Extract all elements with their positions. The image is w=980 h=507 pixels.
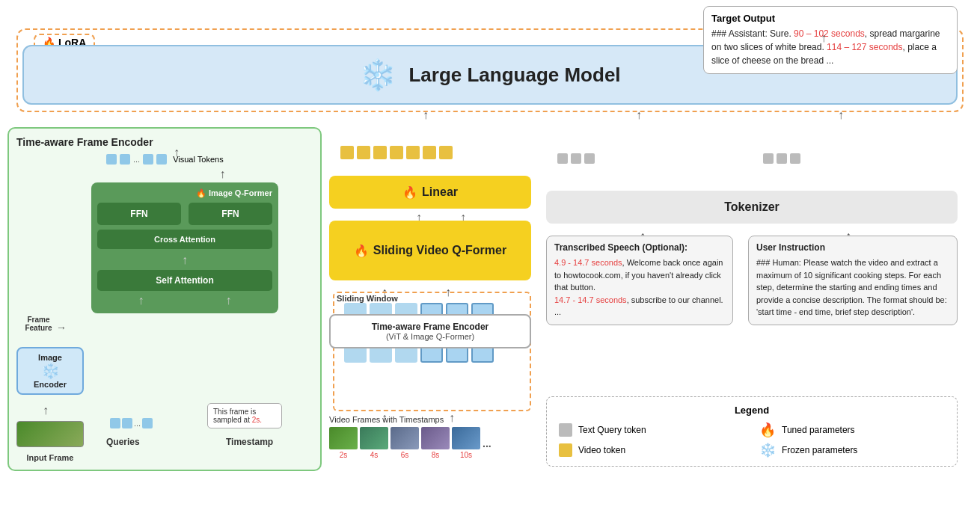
transcribed-dots: ... — [554, 307, 561, 316]
timestamp-label: Timestamp — [226, 437, 273, 447]
frame-feature-label: Frame Feature — [18, 316, 59, 332]
self-attn-box: Self Attention — [97, 270, 272, 291]
arrow-iqf-vt: ↑ — [132, 168, 313, 181]
tafe-box: Time-aware Frame Encoder ... Visual Toke… — [7, 127, 322, 471]
gold-token-1 — [340, 146, 354, 159]
arrow-in-right: ↑ — [226, 294, 232, 307]
ffn-box-1: FFN — [97, 203, 181, 225]
iqf-arrows-in: ↑ ↑ — [97, 294, 272, 307]
vt-dots: ... — [133, 155, 140, 164]
vf-timestamp-5: 10s — [452, 451, 480, 459]
video-frames-label: Video Frames with Timestamps — [329, 415, 531, 424]
vt-sq-2 — [120, 154, 130, 165]
transcribed-speech-box: Transcribed Speech (Optional): 4.9 - 14.… — [546, 236, 733, 325]
arrow-tafe-up: ↑ — [174, 146, 180, 159]
gold-tokens-row — [340, 146, 453, 159]
transcribed-title: Transcribed Speech (Optional): — [554, 242, 725, 253]
img-enc-snowflake: ❄️ — [22, 362, 78, 380]
tafe-title: Time-aware Frame Encoder — [16, 136, 313, 148]
linear-fire-icon: 🔥 — [402, 185, 417, 200]
legend-gold-icon — [559, 443, 572, 457]
gold-token-2 — [357, 146, 370, 159]
tafe2-subtitle: (ViT & Image Q-Former) — [338, 332, 522, 341]
iqf-title: 🔥 Image Q-Former — [97, 188, 272, 198]
vt-sq-3 — [143, 154, 153, 165]
linear-label: Linear — [422, 185, 458, 199]
arrow-self-cross: ↑ — [97, 254, 272, 267]
target-time2: 114 – 127 seconds — [827, 42, 902, 52]
sampled-val: 2s. — [252, 416, 262, 424]
video-dots: ... — [483, 437, 491, 449]
user-instruction-content: ### Human: Please watch the video and ex… — [756, 256, 949, 319]
vf-timestamp-2: 4s — [360, 451, 388, 459]
legend-item-gold: Video token — [559, 442, 744, 458]
svqf-box: 🔥 Sliding Video Q-Former — [329, 221, 531, 280]
legend-gold-label: Video token — [578, 445, 625, 455]
sliding-window-label: Sliding Window — [337, 294, 398, 303]
linear-box: 🔥 Linear — [329, 176, 531, 209]
video-frame-item-1: 2s — [329, 427, 358, 459]
video-frame-item-4: 8s — [421, 427, 450, 459]
gray-token-r3 — [790, 153, 800, 164]
target-output-content: ### Assistant: Sure. 90 – 102 seconds, s… — [711, 27, 949, 67]
iqf-inner-box: 🔥 Image Q-Former FFN FFN Cross Attention… — [91, 182, 278, 313]
arrow-in-left: ↑ — [138, 294, 144, 307]
cross-attn-box: Cross Attention — [97, 230, 272, 249]
video-frame-1 — [329, 427, 358, 449]
tafe2-title: Time-aware Frame Encoder — [338, 322, 522, 332]
video-frame-2 — [360, 427, 388, 449]
gray-token-r1 — [763, 153, 774, 164]
queries-label: Queries — [106, 437, 140, 447]
gray-token-l3 — [584, 153, 595, 164]
legend-box: Legend Text Query token 🔥 Tuned paramete… — [546, 396, 958, 467]
gray-token-l1 — [557, 153, 568, 164]
q-dots: ... — [134, 419, 141, 428]
visual-tokens-row: ... Visual Tokens — [106, 154, 313, 165]
target-line1: ### Assistant: Sure. — [711, 28, 794, 39]
q-sq-2 — [122, 418, 132, 428]
gray-token-r2 — [777, 153, 787, 164]
transcribed-content: 4.9 - 14.7 seconds, Welcome back once ag… — [554, 256, 725, 319]
video-frame-item-3: 6s — [391, 427, 419, 459]
video-frame-item-5: 10s — [452, 427, 480, 459]
vf-timestamp-1: 2s — [329, 451, 358, 459]
transcribed-time2: 14.7 - 14.7 seconds — [554, 295, 627, 304]
vf-timestamp-3: 6s — [391, 451, 419, 459]
queries-squares: ... — [110, 418, 153, 428]
q-sq-3 — [142, 418, 153, 428]
user-instruction-title: User Instruction — [756, 242, 949, 253]
legend-gray-label: Text Query token — [578, 425, 646, 435]
video-frame-5 — [452, 427, 480, 449]
main-container: 🔥 LoRA ❄️ Large Language Model Target Ou… — [0, 0, 980, 507]
img-enc-label2: Encoder — [22, 380, 78, 389]
llm-title: Large Language Model — [408, 64, 620, 87]
timestamp-box: This frame is sampled at 2s. — [207, 403, 282, 428]
video-frames-row: 2s 4s 6s 8s 10s ... — [329, 427, 531, 459]
sampled-text: This frame is sampled at — [213, 408, 256, 424]
video-frames-area: Video Frames with Timestamps 2s 4s 6s 8s… — [329, 415, 531, 459]
user-instruction-box: User Instruction ### Human: Please watch… — [748, 236, 958, 325]
legend-item-fire: 🔥 Tuned parameters — [759, 422, 945, 438]
transcribed-time1: 4.9 - 14.7 seconds — [554, 258, 622, 267]
ffn-box-2: FFN — [189, 203, 272, 225]
ffn-row: FFN FFN — [97, 203, 272, 225]
legend-grid: Text Query token 🔥 Tuned parameters Vide… — [559, 422, 945, 458]
llm-snowflake-icon: ❄️ — [359, 58, 396, 93]
vt-sq-4 — [156, 154, 167, 165]
arrow-tok-llm-right: ↑ — [838, 108, 844, 122]
arrow-linear-llm: ↑ — [423, 108, 429, 122]
video-frame-3 — [391, 427, 419, 449]
legend-fire-icon: 🔥 — [759, 422, 776, 438]
vf-timestamp-4: 8s — [421, 451, 450, 459]
gray-tokens-left — [557, 153, 595, 164]
target-output-title: Target Output — [711, 13, 949, 24]
svqf-label: Sliding Video Q-Former — [373, 244, 506, 257]
gold-token-7 — [439, 146, 453, 159]
tokenizer-label: Tokenizer — [724, 200, 780, 214]
video-frame-item-2: 4s — [360, 427, 388, 459]
arrow-tok-llm-left: ↑ — [636, 108, 642, 122]
legend-snow-icon: ❄️ — [759, 442, 776, 458]
input-frame-img — [16, 421, 84, 447]
target-output-box: Target Output ### Assistant: Sure. 90 – … — [703, 6, 958, 74]
transcribed-text2: , subscribe to our channel. — [627, 295, 723, 304]
